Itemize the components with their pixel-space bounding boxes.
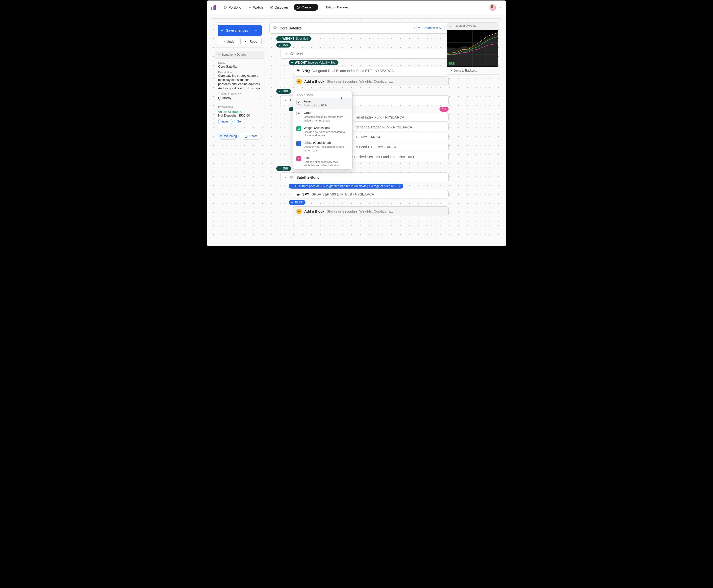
run-button[interactable]: RUN	[449, 62, 455, 65]
mini-card[interactable]: Mini	[280, 49, 449, 59]
weight-inverse-vol-tag[interactable]: WEIGHT Inverse Volatility 30d	[289, 60, 339, 65]
plus-icon: +	[296, 79, 302, 84]
asset-row-obscured-1[interactable]: arket Index Fund · NYSEARCA	[353, 113, 449, 122]
weight-pct-15[interactable]: 15%	[276, 43, 291, 47]
name-value: Core Satellite	[218, 65, 261, 68]
if-label: IF	[295, 184, 298, 188]
weight-tag[interactable]: WEIGHT Specified	[276, 36, 311, 41]
radio-icon	[296, 69, 300, 72]
invest-button[interactable]: Invest	[218, 119, 232, 124]
satellite-bond-card[interactable]: Satellite-Bond	[280, 172, 449, 182]
weight-pct-55[interactable]: 55%	[276, 166, 291, 171]
chevron-down-icon	[284, 99, 287, 102]
svg-point-5	[221, 135, 221, 136]
save-button[interactable]: Save changes	[218, 25, 262, 36]
svg-marker-17	[447, 33, 498, 67]
add-label: Add a Block	[304, 80, 324, 83]
asset-row-obscured-4[interactable]: y Bond ETF · NYSEARCA	[353, 143, 449, 151]
topbar-fill	[355, 5, 483, 10]
arrow-icon	[449, 69, 452, 72]
sort-pill-label: p 3	[442, 107, 446, 111]
popover-asset-title: Asset	[304, 100, 328, 103]
freq-value: Quarterly	[218, 96, 231, 100]
chevron-down-icon	[278, 167, 281, 170]
asset-spy[interactable]: SPY SPDR S&P 500 ETF Trust · NYSEARCA	[293, 190, 449, 198]
asset-row-obscured-2[interactable]: xchange-Traded Fund · NYSEARCA	[353, 123, 449, 131]
chevron-down-icon	[313, 6, 315, 9]
svg-point-9	[298, 102, 299, 103]
if-cond: current price of SPY is greater than the…	[299, 184, 400, 188]
plus-icon: +	[296, 209, 302, 214]
undo-button[interactable]: Undo	[218, 38, 239, 45]
popover-item-ifelse[interactable]: If/Else (Conditional)Use technical indic…	[293, 139, 352, 154]
target-icon	[297, 6, 300, 9]
ai-label: Create with AI	[422, 26, 442, 30]
jump-label: Jump to Backtest	[454, 69, 476, 72]
popover-item-group[interactable]: GroupOrganize blocks by placing them ins…	[293, 109, 352, 124]
check-icon	[221, 29, 224, 32]
asset-suffix-3: F · NYSEARCA	[356, 135, 380, 139]
add-block-row-else[interactable]: + Add a Block Stocks or Securities, Weig…	[293, 206, 449, 216]
preview-header[interactable]: Backtest Preview	[447, 22, 498, 30]
chevron-down-icon	[291, 61, 293, 64]
mini-weight-type: WEIGHT	[295, 61, 307, 64]
svg-point-4	[298, 7, 299, 8]
sort-pill[interactable]: p 3	[440, 107, 449, 112]
popover-item-filter[interactable]: FilterSort and filter assets by their at…	[293, 154, 352, 169]
popover-header: ADD BLOCK	[293, 91, 352, 98]
weight-pct-30[interactable]: 30%	[276, 89, 291, 94]
popover-item-weight[interactable]: Weight (Allocation)Decide how funds are …	[293, 124, 352, 139]
layers-icon	[273, 26, 277, 30]
redo-button[interactable]: Redo	[240, 38, 262, 45]
logo	[211, 5, 216, 10]
jump-to-backtest[interactable]: Jump to Backtest	[447, 67, 498, 74]
chevron-down-icon	[291, 185, 293, 188]
share-button[interactable]: Share	[241, 133, 262, 140]
avatar[interactable]	[489, 4, 496, 11]
vnq-ticker: VNQ	[302, 69, 310, 73]
inv-value: Value: $1,500.00	[218, 110, 261, 113]
watching-button[interactable]: Watching	[218, 133, 239, 140]
popover-weight-desc: Decide how funds are allocated to blocks…	[304, 130, 349, 138]
asset-row-obscured-3[interactable]: F · NYSEARCA	[353, 133, 449, 141]
details-header[interactable]: Symphony Details	[215, 51, 264, 59]
nav-portfolio[interactable]: Portfolio	[221, 4, 244, 11]
add-block-popover: ADD BLOCK AssetAdd stocks or ETFs GroupO…	[293, 91, 352, 169]
sell-button[interactable]: Sell	[234, 119, 245, 124]
nav-watch-label: Watch	[253, 5, 263, 9]
add-label-else: Add a Block	[304, 209, 324, 213]
nav-portfolio-label: Portfolio	[228, 5, 241, 9]
layers-icon	[290, 52, 294, 56]
sat-title: Satellite-Bond	[296, 175, 319, 180]
freq-select[interactable]: Quarterly	[218, 95, 261, 101]
if-tag[interactable]: IF current price of SPY is greater than …	[289, 184, 403, 189]
create-with-ai-button[interactable]: Create with AI	[414, 25, 445, 31]
watching-label: Watching	[224, 134, 237, 138]
else-tag[interactable]: ELSE	[289, 200, 306, 205]
create-button[interactable]: Create	[293, 4, 318, 10]
popover-ifelse-title: If/Else (Conditional)	[304, 141, 349, 145]
root-card[interactable]: Core Satellite Create with AI	[269, 22, 449, 34]
popover-item-asset[interactable]: AssetAdd stocks or ETFs	[293, 98, 352, 109]
popover-weight-title: Weight (Allocation)	[304, 126, 349, 130]
nav-watch[interactable]: Watch	[246, 4, 265, 11]
pct-30-label: 30%	[283, 89, 288, 93]
layers-icon	[297, 112, 300, 115]
mini-weight-mode: Inverse Volatility 30d	[308, 61, 335, 64]
asset-suffix-1: arket Index Fund · NYSEARCA	[356, 115, 404, 119]
details-panel: Symphony Details Name Core Satellite Des…	[215, 51, 264, 127]
backtest-preview-panel: Backtest Preview RUN	[447, 22, 498, 75]
svg-point-2	[270, 6, 273, 9]
chevron-down-icon	[284, 52, 287, 56]
weight-type-label: WEIGHT	[283, 37, 294, 40]
chevron-down-icon[interactable]	[499, 6, 502, 9]
chevron-down-icon	[278, 44, 281, 46]
preview-chart: RUN	[447, 30, 498, 67]
add-block-row-mini[interactable]: + Add a Block Stocks or Securities, Weig…	[293, 77, 449, 86]
nav-discover[interactable]: Discover	[267, 4, 291, 11]
asset-vnq[interactable]: VNQ Vanguard Real Estate Index Fund ETF …	[293, 67, 449, 75]
chevron-down-icon[interactable]	[254, 29, 258, 32]
undo-label: Undo	[227, 40, 235, 43]
svg-point-0	[224, 6, 227, 9]
pie-icon	[297, 127, 300, 130]
